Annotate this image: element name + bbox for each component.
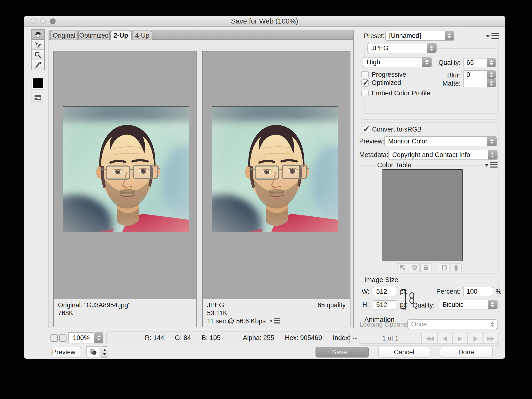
metadata-dropdown[interactable]: Copyright and Contact Info [388,150,498,160]
green-readout: G: 84 [175,334,191,342]
preset-stepper [445,31,454,40]
percent-label: Percent: [422,287,461,296]
hex-readout: Hex: 905469 [285,334,322,342]
preview-value: Monitor Color [385,137,487,146]
convert-srgb-label: Convert to sRGB [372,126,422,133]
metadata-label: Metadata: [359,151,388,159]
blur-field[interactable]: 0 [463,70,496,79]
zoom-in-button[interactable]: + [59,334,66,342]
tab-optimized[interactable]: Optimized [78,31,110,40]
optimized-preview-image[interactable] [212,106,338,232]
zoom-out-button[interactable]: − [50,334,58,342]
eyedropper-icon [34,61,42,69]
original-pane: Original: "GJ3A8954.jpg" 768K [53,51,197,327]
matte-stepper[interactable] [487,79,496,87]
preview-dropdown[interactable]: Monitor Color [384,136,497,146]
slices-visibility-icon [34,93,42,102]
optimized-download-time: 11 sec @ 56.6 Kbps [207,317,266,325]
preset-menu-icon[interactable] [484,33,500,40]
blur-stepper[interactable] [487,70,496,79]
hand-icon [34,31,42,39]
tab-2up[interactable]: 2-Up [110,31,132,40]
height-field[interactable]: 512 [373,300,397,309]
optimized-checkbox[interactable]: ✓ [361,79,369,87]
toggle-slices-visibility-button[interactable] [32,92,44,103]
resample-quality-label: Quality: [396,301,435,309]
slice-select-tool-button[interactable] [31,39,45,50]
original-preview-image[interactable] [63,106,189,232]
window-title: Save for Web (100%) [24,16,505,27]
alpha-readout: Alpha: 255 [243,334,274,342]
optimized-pane: JPEG 65 quality 53.11K 11 sec @ 56.6 Kbp… [202,51,350,327]
optimized-check: ✓ [362,77,370,88]
last-frame-button[interactable]: ▶▶ [483,333,498,344]
optimized-filesize: 53.11K [207,309,346,317]
screen: { "window": { "title": "Save for Web (10… [0,0,532,399]
frame-counter: 1 of 1 [359,333,422,344]
color-table-swatch-area[interactable] [382,169,463,261]
save-button[interactable]: Save... [316,347,369,357]
toolbar-divider [29,75,47,75]
convert-srgb-check: ✓ [363,124,370,134]
optimized-quality: 65 quality [317,301,346,309]
download-rate-menu-icon[interactable] [270,318,280,324]
red-readout: R: 144 [145,334,164,342]
cancel-button[interactable]: Cancel [378,347,430,357]
delete-color-button[interactable] [450,263,462,272]
preview-tabstrip: Original Optimized 2-Up 4-Up [49,30,353,40]
blur-label: Blur: [422,71,461,79]
matte-value[interactable] [463,79,487,87]
quality-value[interactable]: 65 [463,58,487,67]
width-field[interactable]: 512 [373,287,397,296]
blur-value[interactable]: 0 [463,70,487,79]
resample-quality-stepper [488,300,497,309]
progressive-label: Progressive [372,71,406,78]
zoom-level-field[interactable]: 100% [68,332,94,343]
next-frame-button[interactable]: |▶ [468,333,483,344]
percent-field[interactable]: 100 [463,287,493,296]
quality-field[interactable]: 65 [463,58,496,67]
embed-profile-checkbox[interactable] [361,90,369,97]
color-table-menu-icon[interactable] [483,162,499,169]
convert-srgb-checkbox[interactable]: ✓ [362,126,369,133]
tab-4up[interactable]: 4-Up [132,31,152,40]
browser-list-stepper[interactable] [101,346,108,358]
eyedropper-color-swatch[interactable] [32,77,44,90]
looping-options-label: Looping Options: [359,320,409,329]
preview-in-browser-button[interactable]: Preview... [51,347,81,357]
play-button[interactable]: ▶ [452,333,468,344]
select-browser-button[interactable]: ? [86,346,100,358]
preview-stepper [487,137,497,146]
eyedropper-color [33,78,43,88]
resample-quality-dropdown[interactable]: Bicubic [439,300,498,309]
web-shift-button[interactable] [409,263,420,272]
metadata-stepper [488,150,497,159]
index-readout: Index: -- [333,334,357,342]
transparency-button[interactable] [397,263,408,272]
zoom-level-stepper[interactable] [94,332,103,343]
zoom-tool-button[interactable] [31,50,45,60]
height-label: H: [362,301,369,309]
hand-tool-button[interactable] [31,29,45,40]
optimized-row: ✓ Optimized [361,79,401,87]
matte-field[interactable] [463,79,496,87]
format-dropdown[interactable]: JPEG [367,43,437,53]
compression-value: High [363,58,422,67]
lock-color-button[interactable] [420,263,432,272]
format-stepper [427,43,436,53]
new-color-button[interactable] [439,263,450,272]
done-button[interactable]: Done [440,347,493,357]
looping-options-dropdown[interactable]: Once [407,319,498,329]
save-for-web-dialog: Save for Web (100%) [24,16,505,359]
svg-text:?: ? [93,351,95,355]
quality-stepper[interactable] [487,58,496,67]
previous-frame-button[interactable]: ◀| [437,333,452,344]
tab-original[interactable]: Original [50,31,78,40]
trash-icon [452,264,460,271]
preset-dropdown[interactable]: [Unnamed] [385,31,454,41]
title-bar[interactable]: Save for Web (100%) [24,16,505,27]
first-frame-button[interactable]: ◀◀ [422,333,437,344]
percent-unit: % [496,287,501,296]
looping-options-stepper [488,320,497,329]
eyedropper-tool-button[interactable] [31,60,45,70]
